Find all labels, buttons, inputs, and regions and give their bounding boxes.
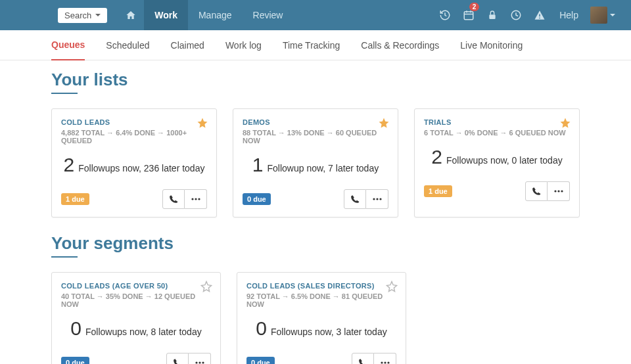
call-button[interactable] bbox=[166, 353, 189, 364]
phone-icon bbox=[532, 187, 541, 196]
list-card: COLD LEADS 4,882 TOTAL → 6.4% DONE → 100… bbox=[51, 108, 217, 217]
star-icon bbox=[378, 117, 390, 129]
ellipsis-icon bbox=[373, 198, 382, 200]
card-title[interactable]: DEMOS bbox=[243, 118, 388, 126]
caret-down-icon bbox=[95, 14, 101, 16]
star-toggle[interactable] bbox=[386, 281, 398, 292]
card-actions bbox=[352, 353, 396, 364]
tab-timetracking[interactable]: Time Tracking bbox=[283, 30, 340, 60]
more-button[interactable] bbox=[374, 353, 396, 364]
card-stats: 4,882 TOTAL → 6.4% DONE → 1000+ QUEUED bbox=[61, 129, 207, 145]
nav-manage[interactable]: Manage bbox=[188, 0, 243, 30]
more-button[interactable] bbox=[189, 353, 211, 364]
tab-claimed[interactable]: Claimed bbox=[171, 30, 204, 60]
user-menu[interactable] bbox=[586, 7, 619, 24]
card-followups: 1 Followup now, 7 later today bbox=[243, 154, 388, 176]
calendar-badge: 2 bbox=[469, 3, 480, 11]
phone-icon bbox=[169, 194, 178, 204]
search-label: Search bbox=[64, 11, 91, 20]
due-badge[interactable]: 1 due bbox=[61, 193, 89, 205]
svg-point-11 bbox=[373, 198, 375, 200]
ellipsis-icon bbox=[191, 198, 200, 200]
help-link[interactable]: Help bbox=[551, 10, 586, 20]
nav-review[interactable]: Review bbox=[243, 0, 294, 30]
tab-queues[interactable]: Queues bbox=[51, 30, 85, 60]
more-button[interactable] bbox=[548, 181, 570, 201]
clock-button[interactable] bbox=[504, 0, 528, 30]
call-button[interactable] bbox=[344, 189, 366, 209]
due-badge[interactable]: 0 due bbox=[61, 357, 89, 364]
card-stats: 40 TOTAL → 35% DONE → 12 QUEUED NOW bbox=[61, 292, 211, 308]
calendar-button[interactable]: 2 bbox=[457, 0, 480, 30]
star-icon bbox=[559, 117, 571, 129]
alert-button[interactable] bbox=[528, 0, 551, 30]
svg-point-21 bbox=[384, 361, 386, 363]
card-bottom: 1 due bbox=[61, 189, 207, 209]
due-badge[interactable]: 1 due bbox=[424, 185, 452, 197]
lists-cards: COLD LEADS 4,882 TOTAL → 6.4% DONE → 100… bbox=[51, 108, 580, 217]
content: Your lists COLD LEADS 4,882 TOTAL → 6.4%… bbox=[0, 60, 631, 364]
phone-icon bbox=[173, 358, 182, 364]
tab-calls[interactable]: Calls & Recordings bbox=[361, 30, 439, 60]
card-stats: 88 TOTAL → 13% DONE → 60 QUEUED NOW bbox=[243, 129, 388, 145]
caret-down-icon bbox=[610, 14, 615, 16]
followup-text: Followup now, 7 later today bbox=[268, 163, 379, 173]
history-button[interactable] bbox=[433, 0, 457, 30]
segments-cards: COLD LEADS (AGE OVER 50) 40 TOTAL → 35% … bbox=[51, 272, 580, 364]
list-card: DEMOS 88 TOTAL → 13% DONE → 60 QUEUED NO… bbox=[233, 108, 398, 217]
card-bottom: 0 due bbox=[61, 353, 211, 364]
svg-point-20 bbox=[381, 361, 383, 363]
svg-point-19 bbox=[202, 361, 204, 363]
svg-point-13 bbox=[379, 198, 381, 200]
card-title[interactable]: TRIALS bbox=[424, 118, 570, 126]
card-title[interactable]: COLD LEADS bbox=[61, 118, 207, 126]
star-toggle[interactable] bbox=[200, 281, 212, 292]
card-bottom: 1 due bbox=[424, 181, 570, 201]
followup-text: Followups now, 3 later today bbox=[271, 327, 387, 337]
star-outline-icon bbox=[386, 281, 398, 292]
svg-point-12 bbox=[376, 198, 378, 200]
star-toggle[interactable] bbox=[559, 117, 571, 129]
warning-icon bbox=[534, 9, 546, 21]
more-button[interactable] bbox=[366, 189, 388, 209]
star-toggle[interactable] bbox=[378, 117, 390, 129]
lock-button[interactable] bbox=[480, 0, 504, 30]
phone-icon bbox=[358, 358, 367, 364]
card-followups: 0 Followups now, 3 later today bbox=[246, 317, 396, 340]
home-button[interactable] bbox=[118, 0, 144, 30]
svg-point-9 bbox=[195, 198, 197, 200]
lock-icon bbox=[487, 10, 498, 20]
nav-work[interactable]: Work bbox=[144, 0, 188, 30]
segment-card: COLD LEADS (SALES DIRECTORS) 92 TOTAL → … bbox=[237, 272, 406, 364]
card-stats: 92 TOTAL → 6.5% DONE → 81 QUEUED NOW bbox=[246, 292, 396, 308]
svg-rect-7 bbox=[539, 18, 540, 19]
star-toggle[interactable] bbox=[197, 117, 208, 129]
tab-scheduled[interactable]: Scheduled bbox=[106, 30, 149, 60]
card-title[interactable]: COLD LEADS (AGE OVER 50) bbox=[61, 282, 211, 290]
due-badge[interactable]: 0 due bbox=[246, 357, 275, 364]
title-underline bbox=[51, 256, 78, 258]
svg-point-18 bbox=[199, 361, 200, 363]
call-button[interactable] bbox=[352, 353, 374, 364]
section-title-lists: Your lists bbox=[51, 70, 580, 90]
card-title[interactable]: COLD LEADS (SALES DIRECTORS) bbox=[246, 282, 396, 290]
followup-text: Followups now, 8 later today bbox=[85, 327, 202, 337]
due-badge[interactable]: 0 due bbox=[243, 193, 271, 205]
call-button[interactable] bbox=[525, 181, 548, 201]
tab-worklog[interactable]: Work log bbox=[225, 30, 262, 60]
tab-livemonitoring[interactable]: Live Monitoring bbox=[460, 30, 523, 60]
search-dropdown[interactable]: Search bbox=[58, 8, 107, 23]
followup-text: Followups now, 0 later today bbox=[446, 155, 563, 166]
card-stats: 6 TOTAL → 0% DONE → 6 QUEUED NOW bbox=[424, 129, 570, 137]
card-actions bbox=[162, 189, 207, 209]
followup-count: 1 bbox=[252, 154, 264, 176]
svg-point-15 bbox=[557, 190, 559, 192]
svg-rect-0 bbox=[464, 12, 473, 20]
star-icon bbox=[197, 117, 208, 129]
history-icon bbox=[439, 9, 451, 21]
more-button[interactable] bbox=[185, 189, 207, 209]
followup-count: 0 bbox=[256, 317, 267, 340]
ellipsis-icon bbox=[381, 361, 390, 364]
title-underline bbox=[51, 93, 78, 94]
call-button[interactable] bbox=[162, 189, 185, 209]
